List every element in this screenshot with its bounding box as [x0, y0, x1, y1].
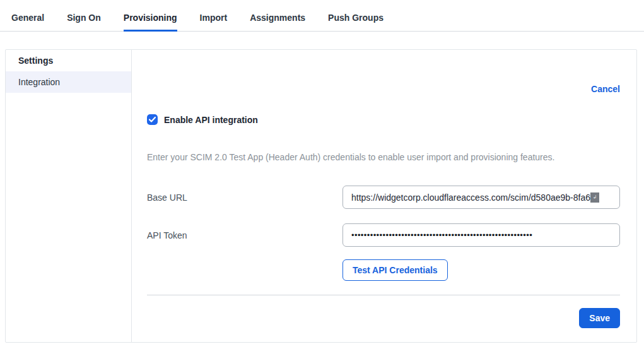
settings-sidebar: Settings Integration — [6, 50, 132, 342]
checkmark-icon — [149, 117, 156, 122]
api-token-value: ••••••••••••••••••••••••••••••••••••••••… — [351, 230, 532, 240]
credentials-description: Enter your SCIM 2.0 Test App (Header Aut… — [147, 153, 620, 162]
app-tab-bar: General Sign On Provisioning Import Assi… — [0, 0, 644, 32]
sidebar-heading: Settings — [6, 50, 131, 71]
tab-sign-on[interactable]: Sign On — [67, 0, 101, 32]
api-token-input[interactable]: ••••••••••••••••••••••••••••••••••••••••… — [342, 223, 620, 247]
save-button[interactable]: Save — [579, 308, 620, 328]
base-url-value: https://widgetcorp.cloudflareaccess.com/… — [351, 192, 590, 203]
cancel-link[interactable]: Cancel — [591, 84, 620, 94]
base-url-label: Base URL — [147, 192, 342, 203]
enable-api-integration-label[interactable]: Enable API integration — [164, 115, 258, 125]
tab-assignments[interactable]: Assignments — [250, 0, 305, 32]
text-cursor-indicator: ↲ — [590, 192, 599, 203]
integration-settings-form: Cancel Enable API integration Enter your… — [132, 50, 636, 342]
enable-api-integration-checkbox[interactable] — [147, 114, 158, 125]
sidebar-item-integration[interactable]: Integration — [6, 71, 131, 93]
tab-import[interactable]: Import — [200, 0, 228, 32]
footer-divider — [147, 295, 620, 295]
provisioning-panel: Settings Integration Cancel Enable API i… — [5, 49, 637, 343]
test-api-credentials-button[interactable]: Test API Credentials — [342, 259, 448, 281]
tab-push-groups[interactable]: Push Groups — [328, 0, 383, 32]
tab-provisioning[interactable]: Provisioning — [124, 0, 177, 32]
base-url-input[interactable]: https://widgetcorp.cloudflareaccess.com/… — [342, 186, 620, 209]
api-token-label: API Token — [147, 230, 342, 240]
tab-general[interactable]: General — [11, 0, 44, 32]
